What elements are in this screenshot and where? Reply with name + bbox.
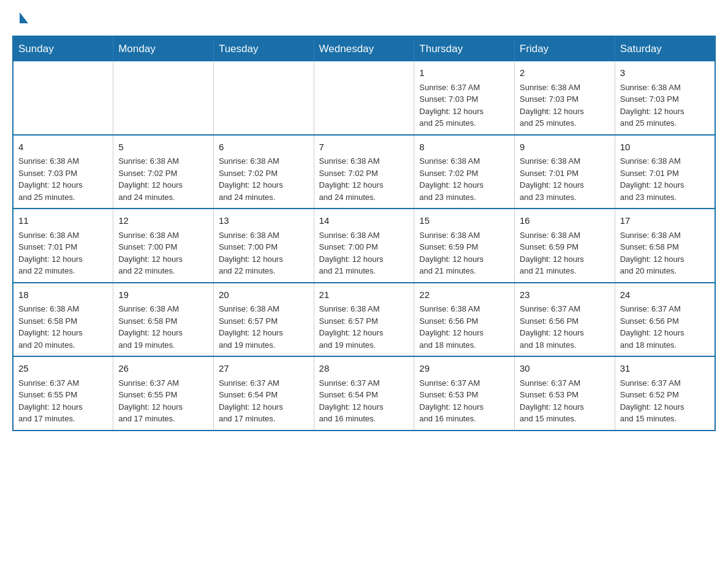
calendar-week-row: 4Sunrise: 6:38 AMSunset: 7:03 PMDaylight…: [13, 135, 715, 209]
day-info: Sunrise: 6:38 AMSunset: 7:01 PMDaylight:…: [18, 229, 108, 277]
day-number: 27: [219, 362, 309, 376]
calendar-day-cell: 22Sunrise: 6:38 AMSunset: 6:56 PMDayligh…: [414, 283, 515, 357]
calendar-day-cell: [213, 61, 314, 135]
day-info: Sunrise: 6:38 AMSunset: 7:03 PMDaylight:…: [520, 82, 610, 129]
day-number: 6: [219, 140, 309, 155]
day-info: Sunrise: 6:37 AMSunset: 6:52 PMDaylight:…: [620, 377, 710, 425]
calendar-day-cell: [314, 61, 414, 135]
calendar-day-cell: 19Sunrise: 6:38 AMSunset: 6:58 PMDayligh…: [113, 283, 214, 357]
day-info: Sunrise: 6:37 AMSunset: 6:55 PMDaylight:…: [118, 377, 208, 425]
day-info: Sunrise: 6:37 AMSunset: 7:03 PMDaylight:…: [419, 82, 509, 129]
calendar-day-cell: 21Sunrise: 6:38 AMSunset: 6:57 PMDayligh…: [314, 283, 414, 357]
day-of-week-header: Sunday: [13, 36, 113, 61]
calendar-day-cell: 10Sunrise: 6:38 AMSunset: 7:01 PMDayligh…: [615, 135, 715, 209]
logo: [18, 18, 28, 23]
day-of-week-header: Thursday: [414, 36, 515, 61]
calendar-day-cell: 17Sunrise: 6:38 AMSunset: 6:58 PMDayligh…: [615, 209, 715, 283]
calendar-header-row: SundayMondayTuesdayWednesdayThursdayFrid…: [13, 36, 715, 61]
day-info: Sunrise: 6:37 AMSunset: 6:55 PMDaylight:…: [18, 377, 108, 425]
calendar-table: SundayMondayTuesdayWednesdayThursdayFrid…: [12, 36, 716, 431]
calendar-day-cell: 24Sunrise: 6:37 AMSunset: 6:56 PMDayligh…: [615, 283, 715, 357]
calendar-day-cell: 15Sunrise: 6:38 AMSunset: 6:59 PMDayligh…: [414, 209, 515, 283]
day-of-week-header: Saturday: [615, 36, 715, 61]
day-number: 22: [419, 288, 509, 302]
logo-triangle-icon: [20, 12, 28, 23]
day-number: 2: [520, 66, 610, 80]
day-number: 8: [419, 140, 509, 155]
day-number: 15: [419, 214, 509, 228]
day-info: Sunrise: 6:38 AMSunset: 6:58 PMDaylight:…: [118, 303, 208, 351]
calendar-day-cell: 13Sunrise: 6:38 AMSunset: 7:00 PMDayligh…: [213, 209, 314, 283]
day-number: 29: [419, 362, 509, 376]
calendar-day-cell: 5Sunrise: 6:38 AMSunset: 7:02 PMDaylight…: [113, 135, 214, 209]
calendar-day-cell: 30Sunrise: 6:37 AMSunset: 6:53 PMDayligh…: [515, 356, 615, 431]
calendar-day-cell: 20Sunrise: 6:38 AMSunset: 6:57 PMDayligh…: [213, 283, 314, 357]
calendar-day-cell: [13, 61, 113, 135]
calendar-week-row: 18Sunrise: 6:38 AMSunset: 6:58 PMDayligh…: [13, 283, 715, 357]
day-number: 1: [419, 66, 509, 80]
day-info: Sunrise: 6:38 AMSunset: 6:59 PMDaylight:…: [419, 229, 509, 277]
day-number: 14: [319, 214, 409, 228]
calendar-day-cell: 16Sunrise: 6:38 AMSunset: 6:59 PMDayligh…: [515, 209, 615, 283]
day-number: 25: [18, 362, 108, 376]
calendar-week-row: 25Sunrise: 6:37 AMSunset: 6:55 PMDayligh…: [13, 356, 715, 431]
day-info: Sunrise: 6:38 AMSunset: 6:59 PMDaylight:…: [520, 229, 610, 277]
day-info: Sunrise: 6:37 AMSunset: 6:53 PMDaylight:…: [419, 377, 509, 425]
day-number: 3: [620, 66, 710, 80]
day-number: 9: [520, 140, 610, 155]
day-number: 4: [18, 140, 108, 155]
calendar-day-cell: 23Sunrise: 6:37 AMSunset: 6:56 PMDayligh…: [515, 283, 615, 357]
day-number: 5: [118, 140, 208, 155]
calendar-day-cell: [113, 61, 214, 135]
calendar-day-cell: 25Sunrise: 6:37 AMSunset: 6:55 PMDayligh…: [13, 356, 113, 431]
day-number: 16: [520, 214, 610, 228]
day-info: Sunrise: 6:38 AMSunset: 7:03 PMDaylight:…: [18, 155, 108, 203]
calendar-day-cell: 2Sunrise: 6:38 AMSunset: 7:03 PMDaylight…: [515, 61, 615, 135]
day-info: Sunrise: 6:38 AMSunset: 6:56 PMDaylight:…: [419, 303, 509, 351]
day-info: Sunrise: 6:38 AMSunset: 7:02 PMDaylight:…: [319, 155, 409, 203]
day-info: Sunrise: 6:37 AMSunset: 6:54 PMDaylight:…: [319, 377, 409, 425]
day-number: 26: [118, 362, 208, 376]
day-info: Sunrise: 6:37 AMSunset: 6:53 PMDaylight:…: [520, 377, 610, 425]
day-number: 18: [18, 288, 108, 302]
day-number: 7: [319, 140, 409, 155]
day-number: 13: [219, 214, 309, 228]
calendar-day-cell: 1Sunrise: 6:37 AMSunset: 7:03 PMDaylight…: [414, 61, 515, 135]
day-number: 23: [520, 288, 610, 302]
calendar-day-cell: 31Sunrise: 6:37 AMSunset: 6:52 PMDayligh…: [615, 356, 715, 431]
day-info: Sunrise: 6:38 AMSunset: 6:57 PMDaylight:…: [219, 303, 309, 351]
calendar-day-cell: 3Sunrise: 6:38 AMSunset: 7:03 PMDaylight…: [615, 61, 715, 135]
day-info: Sunrise: 6:38 AMSunset: 7:02 PMDaylight:…: [219, 155, 309, 203]
day-number: 20: [219, 288, 309, 302]
day-number: 24: [620, 288, 710, 302]
calendar-day-cell: 27Sunrise: 6:37 AMSunset: 6:54 PMDayligh…: [213, 356, 314, 431]
calendar-week-row: 1Sunrise: 6:37 AMSunset: 7:03 PMDaylight…: [13, 61, 715, 135]
calendar-day-cell: 12Sunrise: 6:38 AMSunset: 7:00 PMDayligh…: [113, 209, 214, 283]
day-number: 30: [520, 362, 610, 376]
calendar-day-cell: 26Sunrise: 6:37 AMSunset: 6:55 PMDayligh…: [113, 356, 214, 431]
day-number: 31: [620, 362, 710, 376]
day-number: 11: [18, 214, 108, 228]
day-info: Sunrise: 6:38 AMSunset: 7:02 PMDaylight:…: [118, 155, 208, 203]
day-info: Sunrise: 6:38 AMSunset: 7:03 PMDaylight:…: [620, 82, 710, 129]
calendar-day-cell: 11Sunrise: 6:38 AMSunset: 7:01 PMDayligh…: [13, 209, 113, 283]
day-number: 21: [319, 288, 409, 302]
calendar-day-cell: 28Sunrise: 6:37 AMSunset: 6:54 PMDayligh…: [314, 356, 414, 431]
day-info: Sunrise: 6:38 AMSunset: 7:00 PMDaylight:…: [118, 229, 208, 277]
day-number: 17: [620, 214, 710, 228]
day-number: 12: [118, 214, 208, 228]
calendar-day-cell: 8Sunrise: 6:38 AMSunset: 7:02 PMDaylight…: [414, 135, 515, 209]
calendar-day-cell: 4Sunrise: 6:38 AMSunset: 7:03 PMDaylight…: [13, 135, 113, 209]
day-info: Sunrise: 6:37 AMSunset: 6:56 PMDaylight:…: [520, 303, 610, 351]
day-of-week-header: Monday: [113, 36, 214, 61]
day-info: Sunrise: 6:38 AMSunset: 7:00 PMDaylight:…: [219, 229, 309, 277]
day-info: Sunrise: 6:38 AMSunset: 7:00 PMDaylight:…: [319, 229, 409, 277]
calendar-day-cell: 14Sunrise: 6:38 AMSunset: 7:00 PMDayligh…: [314, 209, 414, 283]
calendar-day-cell: 9Sunrise: 6:38 AMSunset: 7:01 PMDaylight…: [515, 135, 615, 209]
day-info: Sunrise: 6:38 AMSunset: 7:01 PMDaylight:…: [620, 155, 710, 203]
day-of-week-header: Wednesday: [314, 36, 414, 61]
calendar-day-cell: 18Sunrise: 6:38 AMSunset: 6:58 PMDayligh…: [13, 283, 113, 357]
day-info: Sunrise: 6:38 AMSunset: 6:58 PMDaylight:…: [18, 303, 108, 351]
day-of-week-header: Tuesday: [213, 36, 314, 61]
day-number: 28: [319, 362, 409, 376]
